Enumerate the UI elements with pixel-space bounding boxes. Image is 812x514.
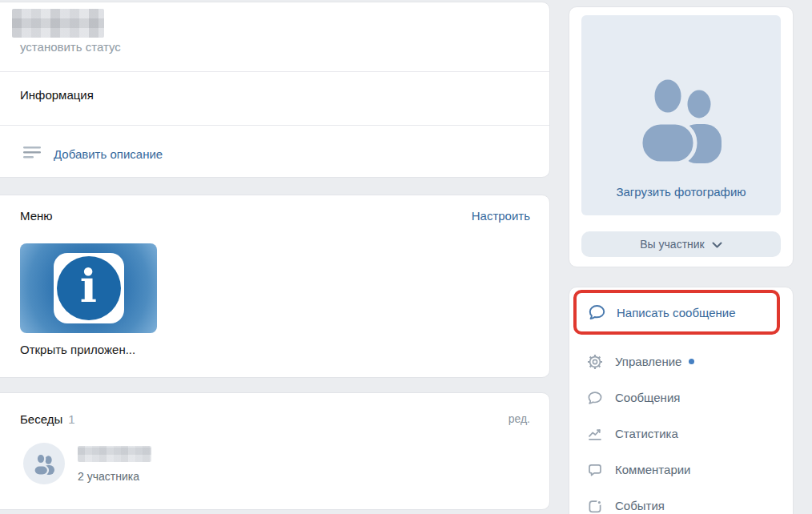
divider xyxy=(0,125,549,126)
chats-section-header: Беседы 1 xyxy=(20,412,75,426)
add-description-label: Добавить описание xyxy=(54,147,163,161)
community-info-card: установить статус Информация Добавить оп… xyxy=(0,2,550,178)
description-lines-icon xyxy=(23,147,41,162)
app-tile[interactable]: i xyxy=(20,243,157,333)
info-glyph: i xyxy=(80,263,97,308)
menu-item-label: Статистика xyxy=(615,427,678,440)
menu-configure-link[interactable]: Настроить xyxy=(472,209,530,223)
comment-icon xyxy=(587,462,603,478)
vk-community-page: { "left_column": { "profile_card": { "st… xyxy=(0,0,812,514)
chevron-down-icon xyxy=(712,242,722,249)
chats-title: Беседы xyxy=(20,412,62,426)
membership-label: Вы участник xyxy=(640,238,704,251)
app-tile-label[interactable]: Открыть приложен... xyxy=(20,343,135,356)
chat-list-item[interactable]: 2 участника xyxy=(23,443,65,484)
menu-item-label: Управление xyxy=(615,355,681,368)
write-message-label: Написать сообщение xyxy=(617,306,736,319)
photo-upload-area[interactable]: Загрузить фотографию xyxy=(581,15,781,215)
community-photo-card: Загрузить фотографию Вы участник xyxy=(569,6,794,267)
menu-item-label: События xyxy=(615,499,665,512)
upload-photo-link[interactable]: Загрузить фотографию xyxy=(581,185,781,199)
set-status-link[interactable]: установить статус xyxy=(20,40,121,54)
chat-name-blurred xyxy=(78,446,151,462)
chat-avatar xyxy=(23,443,65,484)
chat-members-count: 2 участника xyxy=(78,470,139,483)
divider xyxy=(0,71,549,72)
write-message-bubble-icon xyxy=(588,303,606,321)
gear-icon xyxy=(587,354,603,370)
menu-item-events[interactable]: События xyxy=(587,488,785,514)
info-section-header: Информация xyxy=(20,88,94,102)
menu-item-statistics[interactable]: Статистика xyxy=(587,416,785,452)
menu-item-management[interactable]: Управление xyxy=(587,343,785,379)
people-icon xyxy=(32,453,56,475)
membership-dropdown-button[interactable]: Вы участник xyxy=(581,231,781,257)
chat-bubble-icon xyxy=(587,390,603,406)
menu-item-comments[interactable]: Комментарии xyxy=(587,452,785,488)
menu-item-label: Комментарии xyxy=(615,463,690,476)
info-app-icon: i xyxy=(54,253,124,323)
write-message-action[interactable]: Написать сообщение xyxy=(588,299,736,326)
admin-actions-card: Написать сообщение Управление Сообщения xyxy=(569,287,794,514)
menu-card: Меню Настроить i Открыть приложен... xyxy=(0,195,550,378)
chats-edit-link[interactable]: ред. xyxy=(509,412,530,425)
events-icon xyxy=(587,498,603,514)
people-placeholder-icon xyxy=(631,74,731,163)
menu-section-header: Меню xyxy=(20,209,53,223)
menu-item-messages[interactable]: Сообщения xyxy=(587,379,785,416)
community-name-blurred xyxy=(12,9,104,38)
chats-count: 1 xyxy=(68,412,74,426)
menu-item-label: Сообщения xyxy=(615,391,680,404)
stats-icon xyxy=(587,426,603,442)
notification-dot xyxy=(689,359,694,364)
chats-card: Беседы 1 ред. 2 участника xyxy=(0,392,550,510)
add-description-row[interactable]: Добавить описание xyxy=(23,143,163,164)
